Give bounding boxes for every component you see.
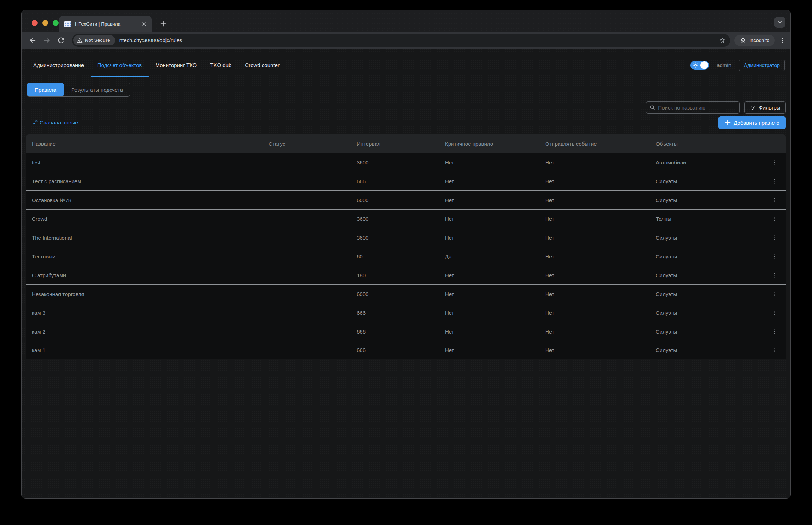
plus-icon bbox=[160, 21, 166, 27]
bookmark-star-icon[interactable] bbox=[719, 37, 726, 44]
theme-toggle[interactable] bbox=[690, 61, 709, 70]
kebab-menu-icon bbox=[771, 328, 777, 335]
browser-tabstrip: НТехСити | Правила bbox=[22, 10, 790, 32]
rule-send-event: Нет bbox=[545, 310, 656, 316]
rule-send-event: Нет bbox=[545, 347, 656, 353]
row-menu-button[interactable] bbox=[769, 288, 780, 300]
rule-critical: Нет bbox=[445, 291, 545, 297]
kebab-menu-icon bbox=[771, 215, 777, 223]
row-menu-button[interactable] bbox=[769, 213, 780, 225]
plus-icon bbox=[725, 120, 731, 125]
add-rule-label: Добавить правило bbox=[734, 120, 779, 126]
browser-menu-button[interactable] bbox=[779, 37, 785, 44]
row-menu-button[interactable] bbox=[769, 325, 780, 337]
rule-interval: 666 bbox=[357, 178, 445, 184]
reload-icon bbox=[57, 37, 65, 44]
rule-objects: Силуэты bbox=[656, 310, 763, 316]
url-text[interactable]: ntech.city:30080/objc/rules bbox=[119, 37, 716, 43]
rule-send-event: Нет bbox=[545, 329, 656, 335]
tab-search-button[interactable] bbox=[774, 17, 785, 28]
role-badge[interactable]: Администратор bbox=[739, 60, 785, 71]
table-row: Остановка №78 6000 Нет Нет Силуэты bbox=[26, 190, 786, 209]
table-header: Название Статус Интервал Критичное прави… bbox=[26, 134, 786, 153]
filters-label: Фильтры bbox=[759, 105, 780, 111]
table-row: Тестовый 60 Да Нет Силуэты bbox=[26, 247, 786, 266]
rule-interval: 666 bbox=[357, 347, 445, 353]
close-window-button[interactable] bbox=[32, 20, 38, 26]
search-input-wrap[interactable] bbox=[646, 101, 740, 114]
row-menu-button[interactable] bbox=[769, 307, 780, 319]
rule-interval: 666 bbox=[357, 329, 445, 335]
table-row: кам 2 666 Нет Нет Силуэты bbox=[26, 322, 786, 341]
rule-critical: Нет bbox=[445, 197, 545, 203]
nav-tab-администрирование[interactable]: Администрирование bbox=[27, 54, 91, 77]
nav-tab-мониторинг-тко[interactable]: Мониторинг ТКО bbox=[149, 54, 204, 77]
rule-name: Остановка №78 bbox=[26, 197, 269, 203]
rule-send-event: Нет bbox=[545, 216, 656, 222]
rule-name: The International bbox=[26, 235, 269, 241]
incognito-badge: Incognito bbox=[734, 35, 775, 46]
rule-objects: Толпы bbox=[656, 216, 763, 222]
rule-send-event: Нет bbox=[545, 253, 656, 259]
row-menu-button[interactable] bbox=[769, 269, 780, 281]
rule-send-event: Нет bbox=[545, 178, 656, 184]
rule-name: С атрибутами bbox=[26, 272, 269, 278]
kebab-menu-icon bbox=[771, 196, 777, 204]
tab-rules[interactable]: Правила bbox=[27, 83, 64, 96]
rule-name: Незаконная торговля bbox=[26, 291, 269, 297]
col-header-objects: Объекты bbox=[656, 141, 763, 147]
search-input[interactable] bbox=[658, 105, 736, 111]
nav-tab-crowd-counter[interactable]: Crowd counter bbox=[238, 54, 286, 77]
incognito-label: Incognito bbox=[749, 38, 769, 43]
back-button[interactable] bbox=[27, 35, 38, 46]
app-page: АдминистрированиеПодсчет объектовМонитор… bbox=[22, 49, 790, 498]
forward-button[interactable] bbox=[41, 35, 52, 46]
row-menu-button[interactable] bbox=[769, 250, 780, 262]
primary-nav: АдминистрированиеПодсчет объектовМонитор… bbox=[27, 54, 302, 77]
new-tab-button[interactable] bbox=[158, 18, 169, 29]
kebab-menu-icon bbox=[779, 37, 785, 44]
search-icon bbox=[650, 105, 655, 111]
address-bar[interactable]: Not Secure ntech.city:30080/objc/rules bbox=[72, 34, 730, 47]
rules-results-switch: Правила Результаты подсчета bbox=[27, 83, 130, 97]
rule-interval: 6000 bbox=[357, 197, 445, 203]
reload-button[interactable] bbox=[56, 35, 66, 46]
row-menu-button[interactable] bbox=[769, 344, 780, 356]
security-chip[interactable]: Not Secure bbox=[73, 35, 115, 45]
add-rule-button[interactable]: Добавить правило bbox=[718, 116, 786, 129]
rule-name: Тест с расписанием bbox=[26, 178, 269, 184]
col-header-interval: Интервал bbox=[357, 141, 445, 147]
arrow-right-icon bbox=[43, 37, 51, 44]
username-label: admin bbox=[717, 62, 731, 68]
sort-newest-first[interactable]: Сначала новые bbox=[31, 118, 78, 126]
kebab-menu-icon bbox=[771, 253, 777, 260]
kebab-menu-icon bbox=[771, 234, 777, 241]
zoom-window-button[interactable] bbox=[53, 20, 59, 26]
table-row: С атрибутами 180 Нет Нет Силуэты bbox=[26, 266, 786, 284]
tab-close-icon[interactable] bbox=[142, 22, 147, 27]
kebab-menu-icon bbox=[771, 346, 777, 354]
rule-objects: Силуэты bbox=[656, 178, 763, 184]
table-row: Тест с расписанием 666 Нет Нет Силуэты bbox=[26, 172, 786, 190]
nav-tab-подсчет-объектов[interactable]: Подсчет объектов bbox=[91, 54, 148, 77]
row-menu-button[interactable] bbox=[769, 175, 780, 187]
table-row: The International 3600 Нет Нет Силуэты bbox=[26, 228, 786, 247]
tab-results[interactable]: Результаты подсчета bbox=[64, 83, 130, 96]
rule-critical: Нет bbox=[445, 272, 545, 278]
rule-name: Crowd bbox=[26, 216, 269, 222]
filters-button[interactable]: Фильтры bbox=[744, 101, 786, 114]
row-menu-button[interactable] bbox=[769, 194, 780, 206]
warning-icon bbox=[77, 38, 83, 43]
kebab-menu-icon bbox=[771, 178, 777, 185]
row-menu-button[interactable] bbox=[769, 156, 780, 168]
table-row: Crowd 3600 Нет Нет Толпы bbox=[26, 209, 786, 228]
row-menu-button[interactable] bbox=[769, 231, 780, 244]
table-row: кам 3 666 Нет Нет Силуэты bbox=[26, 303, 786, 322]
minimize-window-button[interactable] bbox=[42, 20, 48, 26]
rule-objects: Силуэты bbox=[656, 197, 763, 203]
rule-critical: Нет bbox=[445, 160, 545, 166]
window-controls bbox=[32, 20, 59, 26]
nav-tab-tko-dub[interactable]: TKO dub bbox=[203, 54, 238, 77]
table-row: кам 1 666 Нет Нет Силуэты bbox=[26, 341, 786, 359]
browser-tab[interactable]: НТехСити | Правила bbox=[59, 16, 152, 32]
